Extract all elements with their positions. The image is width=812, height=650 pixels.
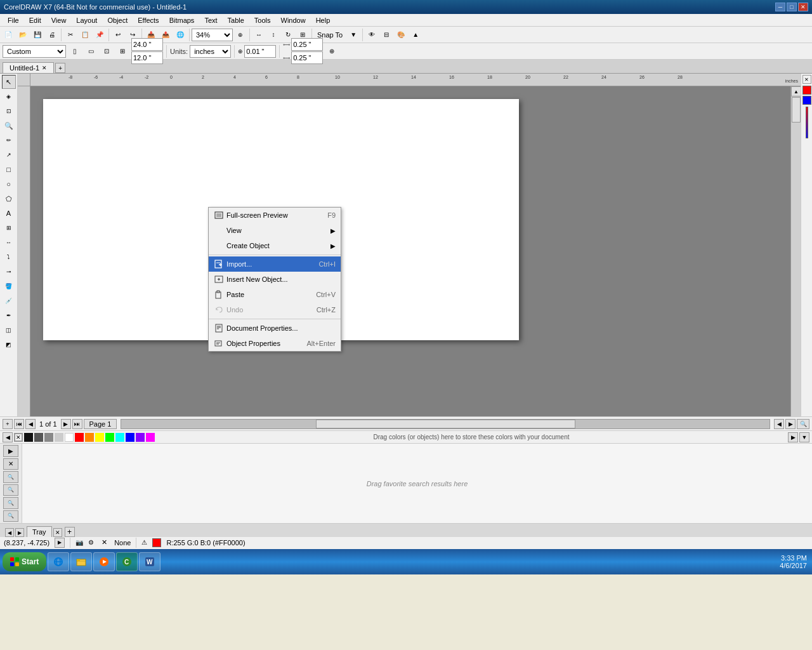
page-tab[interactable]: Page 1 [84, 419, 117, 429]
taskbar-media[interactable] [93, 552, 115, 571]
outline-tool[interactable]: ✒ [2, 308, 16, 322]
tray-tool-2[interactable]: ✕ [3, 458, 18, 470]
crop-tool[interactable]: ⊡ [2, 104, 16, 118]
status-arrow-button[interactable]: ▶ [55, 538, 65, 548]
cs-dark-gray[interactable] [34, 433, 43, 442]
color-swatch-blue[interactable] [802, 96, 811, 105]
eyedropper-tool[interactable]: 💉 [2, 294, 16, 308]
vertical-scrollbar[interactable]: ▲ [790, 86, 801, 416]
new-button[interactable]: 📄 [1, 28, 15, 42]
prev-page-button[interactable]: ◀ [25, 419, 36, 429]
tray-search-2[interactable]: 🔍 [3, 484, 18, 496]
ctx-fullscreen-preview[interactable]: Full-screen Preview F9 [209, 208, 341, 223]
ctx-create-object[interactable]: Create Object ▶ [209, 238, 341, 253]
menu-table[interactable]: Table [223, 15, 249, 25]
taskbar-explorer[interactable] [70, 552, 92, 571]
tab-close-icon[interactable]: ✕ [42, 65, 47, 71]
ellipse-tool[interactable]: ○ [2, 177, 16, 191]
color-strip-arrow-right[interactable]: ▶ [788, 432, 798, 442]
cs-black[interactable] [24, 433, 33, 442]
tray-right-arrow[interactable]: ▶ [15, 528, 24, 537]
zoom-tool[interactable]: 🔍 [2, 119, 16, 133]
portrait-btn[interactable]: ▯ [68, 44, 82, 58]
taskbar-ie[interactable] [48, 552, 69, 571]
no-fill-swatch[interactable]: ✕ [802, 75, 811, 84]
cs-green[interactable] [105, 433, 114, 442]
ctx-import[interactable]: Import... Ctrl+I [209, 256, 341, 272]
rectangle-tool[interactable]: □ [2, 162, 16, 176]
menu-bitmaps[interactable]: Bitmaps [164, 15, 200, 25]
menu-view[interactable]: View [46, 15, 72, 25]
zoom-select[interactable]: 34% 50% 100% [192, 29, 233, 41]
copy-button[interactable]: 📋 [78, 28, 92, 42]
view-color[interactable]: 🎨 [394, 28, 408, 42]
ctx-object-properties[interactable]: Object Properties Alt+Enter [209, 336, 341, 351]
ctx-view[interactable]: View ▶ [209, 223, 341, 238]
view-mode[interactable]: ⊟ [379, 28, 393, 42]
cut-button[interactable]: ✂ [63, 28, 77, 42]
color-strip-expand[interactable]: ▼ [799, 432, 809, 442]
cs-magenta[interactable] [146, 433, 155, 442]
document-tab[interactable]: Untitled-1 ✕ [3, 62, 54, 73]
text-tool[interactable]: A [2, 206, 16, 220]
connector-tool[interactable]: ⤵ [2, 250, 16, 264]
canvas-area[interactable]: -8 -6 -4 -2 0 2 4 6 8 10 12 14 16 18 20 … [18, 74, 801, 416]
scroll-up-button[interactable]: ▲ [791, 86, 801, 96]
cs-light-gray[interactable] [55, 433, 63, 442]
menu-window[interactable]: Window [276, 15, 311, 25]
start-button[interactable]: Start [3, 552, 46, 571]
undo-button[interactable]: ↩ [111, 28, 125, 42]
tray-tool-1[interactable]: ▶ [3, 445, 18, 457]
tray-tab[interactable]: Tray [27, 526, 52, 537]
nudge-extra-btn[interactable]: ⊕ [325, 44, 339, 58]
scroll-thumb[interactable] [792, 97, 801, 123]
menu-layout[interactable]: Layout [71, 15, 102, 25]
scroll-right-button[interactable]: ▶ [785, 419, 796, 429]
menu-effects[interactable]: Effects [133, 15, 164, 25]
zoom-100-button[interactable]: 🔍 [797, 419, 809, 429]
cs-purple[interactable] [136, 433, 145, 442]
menu-tools[interactable]: Tools [249, 15, 276, 25]
add-page-button[interactable]: + [3, 419, 13, 429]
node-tool[interactable]: ◈ [2, 90, 16, 103]
print-button[interactable]: 🖨 [45, 28, 59, 42]
mirror-h[interactable]: ↔ [252, 28, 266, 42]
nudge-input[interactable] [244, 45, 276, 58]
menu-text[interactable]: Text [199, 15, 222, 25]
landscape-btn[interactable]: ▭ [84, 44, 98, 58]
select-tool[interactable]: ↖ [2, 75, 16, 89]
last-page-button[interactable]: ⏭ [72, 419, 82, 429]
h-scroll-thumb[interactable] [316, 420, 575, 428]
freehand-tool[interactable]: ✏ [2, 133, 16, 147]
menu-file[interactable]: File [3, 15, 24, 25]
view-full[interactable]: 👁 [365, 28, 379, 42]
blend-tool[interactable]: ⊸ [2, 265, 16, 279]
minimize-button[interactable]: ─ [775, 3, 785, 11]
fill-tool[interactable]: 🪣 [2, 279, 16, 293]
dup-offset-y-input[interactable] [291, 51, 323, 64]
table-tool[interactable]: ⊞ [2, 221, 16, 235]
ctx-paste[interactable]: Paste Ctrl+V [209, 287, 341, 302]
color-swatch-red[interactable] [802, 86, 811, 95]
shadow-tool[interactable]: ◩ [2, 338, 16, 352]
taskbar-coreldraw[interactable]: C [116, 552, 138, 571]
cs-orange[interactable] [85, 433, 94, 442]
tray-left-arrow[interactable]: ◀ [5, 528, 14, 537]
scroll-left-button[interactable]: ◀ [774, 419, 784, 429]
publish-button[interactable]: 🌐 [173, 28, 187, 42]
h-scrollbar-track[interactable] [121, 419, 770, 429]
tray-search-4[interactable]: 🔍 [3, 510, 18, 522]
cs-red[interactable] [75, 433, 84, 442]
page-height-input[interactable] [131, 51, 163, 64]
page-frame-btn[interactable]: ⊡ [100, 44, 114, 58]
menu-help[interactable]: Help [311, 15, 336, 25]
paste-button[interactable]: 📌 [93, 28, 107, 42]
ctx-insert-new-object[interactable]: Insert New Object... [209, 272, 341, 287]
save-button[interactable]: 💾 [30, 28, 44, 42]
page-width-input[interactable] [131, 38, 163, 51]
close-button[interactable]: ✕ [798, 3, 808, 11]
open-button[interactable]: 📂 [16, 28, 30, 42]
parallel-dim-tool[interactable]: ↔ [2, 235, 16, 249]
transparency-tool[interactable]: ◫ [2, 323, 16, 337]
smart-draw-tool[interactable]: ↗ [2, 148, 16, 162]
